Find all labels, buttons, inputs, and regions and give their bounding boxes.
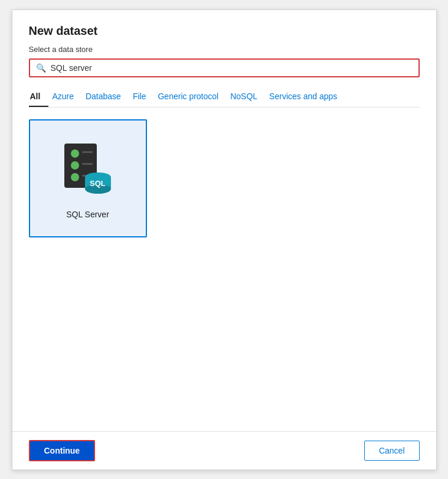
tabs-bar: All Azure Database File Generic protocol… <box>29 87 420 107</box>
svg-text:SQL: SQL <box>90 179 106 188</box>
svg-point-2 <box>71 161 79 170</box>
tab-database[interactable]: Database <box>86 87 129 107</box>
dialog-footer: Continue Cancel <box>12 431 436 470</box>
tab-generic-protocol[interactable]: Generic protocol <box>158 87 227 107</box>
tab-azure[interactable]: Azure <box>52 87 82 107</box>
dialog-body: New dataset Select a data store 🔍 All Az… <box>12 10 436 431</box>
search-input[interactable] <box>51 63 413 73</box>
tab-file[interactable]: File <box>133 87 155 107</box>
tab-nosql[interactable]: NoSQL <box>230 87 266 107</box>
tile-sql-server[interactable]: SQL SQL Server <box>29 119 147 237</box>
search-box[interactable]: 🔍 <box>29 58 420 77</box>
new-dataset-dialog: New dataset Select a data store 🔍 All Az… <box>12 9 437 470</box>
tile-sql-server-label: SQL Server <box>66 210 109 219</box>
cancel-button[interactable]: Cancel <box>364 441 420 461</box>
svg-point-3 <box>71 173 79 181</box>
continue-button[interactable]: Continue <box>29 440 96 461</box>
tiles-grid: SQL SQL Server <box>29 119 420 237</box>
search-icon: 🔍 <box>36 63 46 73</box>
select-label: Select a data store <box>29 45 420 54</box>
dialog-title: New dataset <box>29 24 420 38</box>
sql-server-icon: SQL <box>55 138 120 203</box>
svg-rect-5 <box>82 163 93 165</box>
tab-services-and-apps[interactable]: Services and apps <box>269 87 345 107</box>
tab-all[interactable]: All <box>29 87 49 107</box>
svg-rect-4 <box>82 151 93 153</box>
svg-point-1 <box>71 149 79 158</box>
